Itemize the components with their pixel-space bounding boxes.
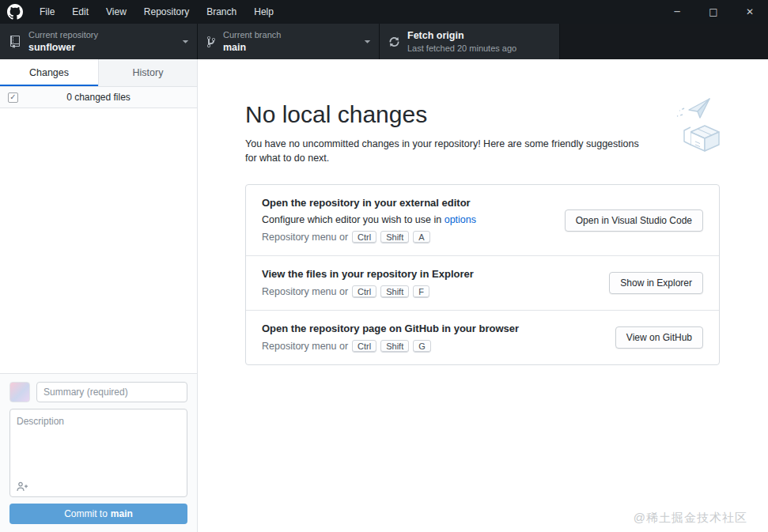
add-coauthor-icon[interactable] <box>17 481 28 492</box>
commit-button[interactable]: Commit to main <box>9 504 187 524</box>
select-all-checkbox[interactable]: ✓ <box>8 92 18 103</box>
close-button[interactable]: ✕ <box>732 0 768 24</box>
suggestion-subtitle-text: Configure which editor you wish to use i… <box>262 214 445 225</box>
menu-branch[interactable]: Branch <box>198 0 245 24</box>
suggestions-list: Open the repository in your external edi… <box>245 184 720 365</box>
kbd-key: Ctrl <box>352 231 376 243</box>
open-in-vscode-button[interactable]: Open in Visual Studio Code <box>565 209 703 232</box>
current-branch-label: Current branch <box>223 30 356 40</box>
chevron-down-icon <box>364 38 371 45</box>
options-link[interactable]: options <box>445 214 476 225</box>
app-menus: File Edit View Repository Branch Help <box>31 0 282 24</box>
menu-repository[interactable]: Repository <box>135 0 198 24</box>
menu-bar: File Edit View Repository Branch Help ─ … <box>0 0 768 24</box>
tab-history[interactable]: History <box>98 59 197 86</box>
suggestion-title: Open the repository in your external edi… <box>262 197 476 209</box>
current-repository-label: Current repository <box>28 30 174 40</box>
suggestion-view-github: Open the repository page on GitHub in yo… <box>246 310 719 364</box>
fetch-origin-subtitle: Last fetched 20 minutes ago <box>407 43 551 53</box>
suggestion-shortcut-hint: Repository menu or Ctrl Shift G <box>262 340 519 353</box>
app-window: File Edit View Repository Branch Help ─ … <box>0 0 768 532</box>
menu-hint-text: Repository menu or <box>262 341 348 352</box>
commit-button-prefix: Commit to <box>64 508 108 519</box>
tab-changes[interactable]: Changes <box>0 59 98 86</box>
menu-help[interactable]: Help <box>245 0 282 24</box>
description-input[interactable] <box>10 409 187 481</box>
changed-files-row: ✓ 0 changed files <box>0 87 197 108</box>
maximize-button[interactable]: □ <box>695 0 732 24</box>
suggestion-subtitle: Configure which editor you wish to use i… <box>262 214 476 225</box>
kbd-key: Ctrl <box>352 285 376 298</box>
fetch-origin-button[interactable]: Fetch origin Last fetched 20 minutes ago <box>380 24 560 59</box>
kbd-key: Shift <box>380 231 409 243</box>
kbd-key: G <box>413 340 431 353</box>
menu-hint-text: Repository menu or <box>262 286 348 297</box>
watermark: @稀土掘金技术社区 <box>634 511 747 526</box>
no-changes-illustration-icon <box>660 96 727 162</box>
avatar <box>9 382 30 402</box>
menu-file[interactable]: File <box>31 0 63 24</box>
current-repository-value: sunflower <box>28 42 174 53</box>
kbd-key: Shift <box>380 340 409 353</box>
repo-icon <box>9 36 21 48</box>
sidebar-tabs: Changes History <box>0 59 197 87</box>
commit-button-branch: main <box>111 508 133 519</box>
suggestion-title: Open the repository page on GitHub in yo… <box>262 323 519 334</box>
kbd-key: A <box>413 231 429 243</box>
minimize-button[interactable]: ─ <box>659 0 695 24</box>
sync-icon <box>389 36 399 48</box>
main-content: No local changes You have no uncommitted… <box>199 59 768 532</box>
changes-list-empty <box>0 108 197 373</box>
suggestion-shortcut-hint: Repository menu or Ctrl Shift A <box>262 231 476 243</box>
check-icon: ✓ <box>9 93 16 101</box>
current-branch-button[interactable]: Current branch main <box>198 24 380 59</box>
menu-hint-text: Repository menu or <box>262 232 348 243</box>
kbd-key: F <box>413 285 429 298</box>
chevron-down-icon <box>182 38 189 45</box>
suggestion-shortcut-hint: Repository menu or Ctrl Shift F <box>262 285 474 298</box>
kbd-key: Ctrl <box>352 340 376 353</box>
menu-view[interactable]: View <box>97 0 135 24</box>
current-repository-button[interactable]: Current repository sunflower <box>0 24 198 59</box>
sidebar: Changes History ✓ 0 changed files <box>0 59 198 532</box>
github-logo-icon <box>7 4 23 20</box>
kbd-key: Shift <box>380 285 409 298</box>
menu-edit[interactable]: Edit <box>63 0 97 24</box>
suggestion-show-explorer: View the files in your repository in Exp… <box>246 255 719 310</box>
view-on-github-button[interactable]: View on GitHub <box>615 326 703 349</box>
suggestion-open-editor: Open the repository in your external edi… <box>246 185 719 255</box>
commit-area: Commit to main <box>0 373 197 532</box>
show-in-explorer-button[interactable]: Show in Explorer <box>609 272 703 294</box>
suggestion-title: View the files in your repository in Exp… <box>262 268 474 280</box>
toolbar-spacer <box>560 24 768 59</box>
description-box <box>9 409 187 497</box>
current-branch-value: main <box>223 42 356 53</box>
changed-files-count: 0 changed files <box>0 92 197 103</box>
summary-input[interactable] <box>36 382 187 402</box>
toolbar: Current repository sunflower Current bra… <box>0 24 768 59</box>
fetch-origin-title: Fetch origin <box>407 30 551 41</box>
window-controls: ─ □ ✕ <box>659 0 768 24</box>
git-branch-icon <box>207 36 215 48</box>
page-subtitle: You have no uncommitted changes in your … <box>245 137 641 165</box>
